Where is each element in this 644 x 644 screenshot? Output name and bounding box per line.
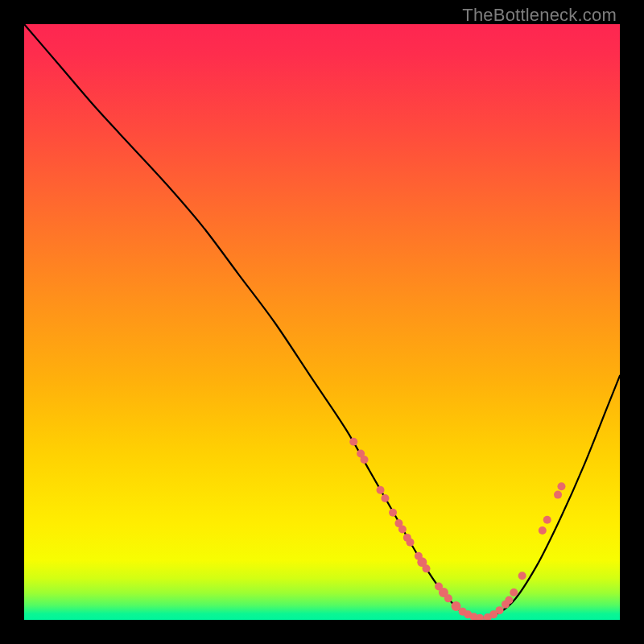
chart-canvas: TheBottleneck.com [0,0,644,644]
data-point [554,491,562,499]
data-point [496,606,504,614]
data-point [510,588,518,597]
data-point [518,572,526,580]
data-point [349,438,357,446]
data-point [505,597,513,605]
data-point [423,564,431,572]
data-point [381,494,389,502]
data-point [389,509,397,517]
watermark-text: TheBottleneck.com [462,5,617,26]
data-point [557,482,565,490]
data-point [543,516,551,524]
data-point [361,456,369,464]
data-point [377,486,385,494]
data-point [539,526,547,535]
plot-area [24,24,620,620]
data-point [398,526,407,534]
data-point [407,539,415,547]
chart-svg [24,24,620,620]
scatter-group [349,438,565,620]
bottleneck-curve [24,24,620,618]
data-point [444,594,452,602]
